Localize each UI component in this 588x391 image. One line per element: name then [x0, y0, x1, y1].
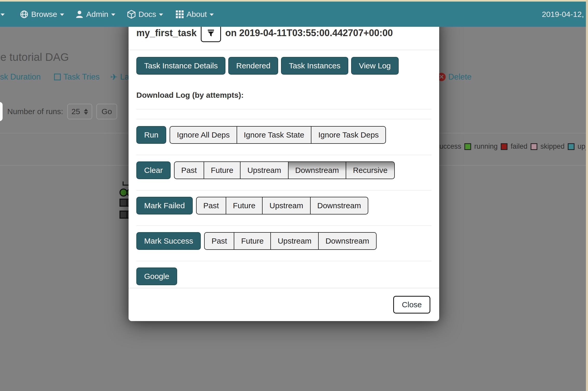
nav-item-label: About — [186, 10, 207, 19]
tab-label: sk Duration — [0, 72, 41, 82]
run-button[interactable]: Run — [136, 126, 166, 144]
task-instance-details-button[interactable]: Task Instance Details — [136, 57, 225, 75]
chevron-down-icon — [60, 14, 64, 16]
mark-success-button[interactable]: Mark Success — [136, 232, 201, 250]
delete-link[interactable]: ✕ Delete — [437, 72, 472, 82]
legend-success-fragment: uccess — [439, 142, 461, 151]
go-button[interactable]: Go — [96, 104, 117, 119]
delete-label: Delete — [448, 72, 472, 82]
nav-item-label: Browse — [31, 10, 57, 19]
mark-success-downstream-toggle[interactable]: Downstream — [318, 232, 376, 250]
nav-caret-fragment[interactable] — [1, 2, 5, 27]
modal-execution-date: on 2019-04-11T03:55:00.442707+00:00 — [225, 28, 393, 38]
globe-icon — [20, 10, 28, 18]
clear-options-group: Past Future Upstream Downstream Recursiv… — [174, 161, 395, 179]
task-instances-button[interactable]: Task Instances — [281, 57, 348, 75]
clear-future-toggle[interactable]: Future — [204, 161, 241, 179]
google-button[interactable]: Google — [136, 268, 177, 285]
filter-icon — [206, 29, 216, 37]
tab-task-tries[interactable]: Task Tries — [54, 72, 100, 82]
chevron-down-icon — [159, 14, 163, 16]
ignore-all-deps-toggle[interactable]: Ignore All Deps — [170, 126, 237, 144]
nav-menu-about[interactable]: About — [176, 2, 214, 27]
close-button[interactable]: Close — [393, 296, 430, 314]
legend-reschedule-swatch — [568, 143, 574, 150]
ignore-task-deps-toggle[interactable]: Ignore Task Deps — [311, 126, 386, 144]
rendered-button[interactable]: Rendered — [228, 57, 278, 75]
clear-button[interactable]: Clear — [136, 161, 171, 179]
modal-body: Task Instance Details Rendered Task Inst… — [129, 50, 439, 285]
plane-icon: ✈︎ — [110, 73, 118, 81]
mark-failed-downstream-toggle[interactable]: Downstream — [310, 197, 368, 214]
legend-skipped-swatch — [531, 143, 537, 150]
mark-success-upstream-toggle[interactable]: Upstream — [270, 232, 319, 250]
navbar-date: 2019-04-12, — [542, 2, 584, 27]
mark-failed-upstream-toggle[interactable]: Upstream — [262, 197, 310, 214]
cube-icon — [127, 10, 136, 19]
legend-running-swatch — [464, 143, 471, 150]
number-of-runs-label: Number of runs: — [7, 107, 63, 116]
user-icon — [76, 10, 83, 18]
divider — [136, 119, 431, 119]
chevron-down-icon — [210, 14, 214, 16]
legend-skipped-label: skipped — [540, 142, 565, 151]
mark-success-future-toggle[interactable]: Future — [234, 232, 271, 250]
number-of-runs-select[interactable]: 25 — [67, 104, 92, 119]
window-edge-right — [586, 0, 588, 391]
nav-menu-admin[interactable]: Admin — [76, 2, 115, 27]
divider — [136, 225, 431, 226]
mark-failed-future-toggle[interactable]: Future — [226, 197, 263, 214]
ignore-task-state-toggle[interactable]: Ignore Task State — [237, 126, 312, 144]
mark-failed-options-group: Past Future Upstream Downstream — [196, 197, 368, 214]
state-legend: uccess running failed skipped up_for_res… — [439, 142, 588, 151]
clear-downstream-toggle[interactable]: Downstream — [288, 161, 346, 179]
spinner-arrows-icon — [84, 109, 88, 115]
square-icon — [54, 74, 61, 80]
chevron-down-icon — [1, 14, 5, 16]
nav-item-label: Docs — [138, 10, 156, 19]
window-edge-top — [0, 0, 588, 2]
run-options-group: Ignore All Deps Ignore Task State Ignore… — [170, 126, 386, 144]
tab-task-duration[interactable]: sk Duration — [0, 72, 41, 82]
clear-recursive-toggle[interactable]: Recursive — [346, 161, 395, 179]
legend-running-label: running — [474, 142, 498, 151]
mark-success-options-group: Past Future Upstream Downstream — [204, 232, 376, 250]
dag-page-title: le tutorial DAG — [0, 51, 69, 63]
nav-menu-browse[interactable]: Browse — [20, 2, 64, 27]
runs-value: 25 — [71, 107, 80, 116]
nav-item-label: Admin — [86, 10, 108, 19]
view-log-button[interactable]: View Log — [351, 57, 399, 75]
divider — [136, 190, 431, 191]
legend-failed-swatch — [501, 143, 507, 150]
download-log-heading: Download Log (by attempts): — [136, 91, 431, 100]
nav-menu-docs[interactable]: Docs — [127, 2, 163, 27]
chevron-down-icon — [111, 14, 115, 16]
modal-task-name: my_first_task — [136, 28, 197, 38]
clear-past-toggle[interactable]: Past — [174, 161, 204, 179]
divider — [136, 155, 431, 155]
divider — [136, 109, 431, 109]
mark-success-past-toggle[interactable]: Past — [204, 232, 234, 250]
mark-failed-button[interactable]: Mark Failed — [136, 197, 193, 214]
modal-footer: Close — [129, 288, 439, 321]
navbar: Browse Admin Docs About 2019-04-12, — [0, 2, 588, 27]
clear-upstream-toggle[interactable]: Upstream — [240, 161, 288, 179]
divider — [136, 261, 431, 261]
task-action-modal: my_first_task on 2019-04-11T03:55:00.442… — [129, 16, 439, 321]
grid-icon — [176, 10, 184, 18]
legend-failed-label: failed — [511, 142, 527, 151]
mark-failed-past-toggle[interactable]: Past — [196, 197, 226, 214]
base-date-input-edge[interactable] — [0, 102, 3, 121]
tab-label: Task Tries — [63, 72, 100, 82]
